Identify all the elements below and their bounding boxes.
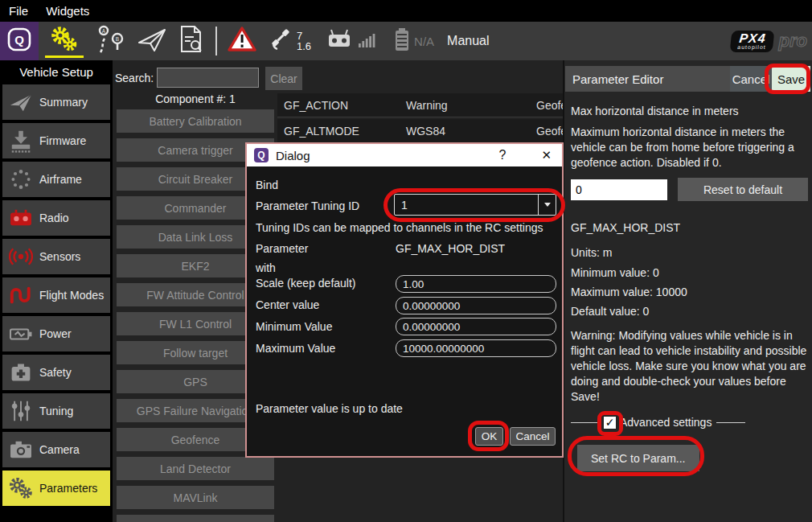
clear-button[interactable]: Clear (265, 67, 302, 90)
param-name-cell: GF_ALTMODE (277, 125, 406, 138)
dialog-body: Bind Parameter Tuning ID 1 Tuning IDs ca… (247, 166, 562, 456)
with-label: with (256, 261, 276, 274)
tuning-id-hint: Tuning IDs can be mapped to channels in … (256, 221, 543, 234)
vehicle-messages-button[interactable] (228, 27, 256, 55)
sidebar-item-label: Parameters (39, 482, 97, 495)
editor-save-button[interactable]: Save (772, 66, 810, 92)
camera-icon (2, 439, 39, 460)
search-input[interactable] (157, 68, 259, 88)
sidebar-item-summary[interactable]: Summary (2, 84, 110, 120)
component-header: Component #: 1 (117, 92, 274, 105)
param-status-text: Parameter value is up to date (256, 402, 403, 415)
scale-input[interactable] (396, 275, 556, 293)
advanced-settings-checkbox[interactable]: ✓ (603, 416, 617, 430)
waypoints-icon: AB (95, 24, 125, 58)
divider-line (571, 422, 600, 423)
plan-waypoints-tool-button[interactable]: AB (95, 24, 125, 58)
set-rc-param-dialog: Q Dialog ? ✕ Bind Parameter Tuning ID 1 … (245, 142, 564, 458)
svg-text:Q: Q (14, 33, 24, 47)
px4-brand-text: PX4 (738, 32, 768, 44)
center-value-input[interactable] (396, 297, 556, 314)
dialog-ok-button[interactable]: OK (475, 427, 503, 446)
battery-icon (394, 27, 410, 55)
tuning-id-value: 1 (395, 199, 538, 212)
table-row[interactable]: GF_ALTMODE WGS84 Geofence (277, 119, 567, 143)
bind-label: Bind (256, 179, 278, 191)
param-value-cell: Warning (406, 99, 536, 112)
sidebar-item-label: Camera (39, 443, 80, 456)
param-min-value: Minimum value: 0 (571, 266, 659, 279)
sidebar-item-label: Firmware (39, 134, 86, 147)
sidebar-item-label: Safety (39, 366, 72, 379)
sidebar-item-camera[interactable]: Camera (2, 432, 110, 467)
fly-tool-button[interactable] (137, 26, 167, 56)
center-value-label: Center value (256, 298, 319, 311)
dialog-cancel-button[interactable]: Cancel (510, 427, 556, 446)
table-row[interactable]: GF_ACTION Warning Geofence (277, 93, 567, 117)
rc-rssi-button[interactable] (327, 29, 376, 53)
qgroundcontrol-window: File Widgets Q AB (0, 0, 812, 522)
sidebar-item-sensors[interactable]: Sensors (2, 239, 110, 274)
param-group-button-partial[interactable] (117, 515, 274, 522)
sidebar-item-flight-modes[interactable]: Flight Modes (2, 277, 110, 313)
dialog-close-icon[interactable]: ✕ (541, 148, 552, 162)
param-group-button[interactable]: Battery Calibration (117, 109, 274, 133)
dialog-title: Dialog (276, 149, 499, 162)
sidebar-item-airframe[interactable]: Airframe (2, 162, 110, 197)
battery-status-button[interactable]: N/A (394, 27, 434, 55)
radio-transmitter-icon (2, 208, 39, 228)
combobox-dropdown-button[interactable] (538, 195, 556, 215)
tuning-sliders-icon (2, 399, 39, 423)
dialog-help-button[interactable]: ? (499, 148, 506, 162)
maximum-value-input[interactable] (396, 339, 556, 357)
sidebar-item-parameters[interactable]: Parameters (2, 471, 110, 506)
toolbar-divider (215, 27, 217, 55)
safety-firstaid-icon (2, 361, 39, 384)
sidebar-item-label: Summary (39, 96, 88, 109)
tuning-id-label: Parameter Tuning ID (256, 199, 359, 212)
vehicle-setup-tool-button[interactable] (43, 22, 85, 60)
flight-mode-button[interactable]: Manual (447, 34, 489, 48)
menu-file[interactable]: File (0, 4, 37, 18)
param-default-value: Default value: 0 (571, 305, 649, 318)
sidebar-item-label: Airframe (39, 173, 82, 186)
gps-status-button[interactable]: 7 1.6 (267, 26, 311, 56)
px4-autopilot-text: autopilot (737, 44, 766, 50)
svg-text:A: A (102, 28, 106, 34)
sidebar-item-radio[interactable]: Radio (2, 200, 110, 236)
sidebar-item-tuning[interactable]: Tuning (2, 393, 110, 429)
param-units: Units: m (571, 246, 612, 259)
minimum-value-input[interactable] (396, 318, 556, 335)
qgc-logo-button[interactable]: Q (0, 22, 39, 60)
warning-triangle-icon (228, 27, 256, 55)
editor-cancel-button[interactable]: Cancel (730, 66, 772, 92)
svg-text:B: B (116, 36, 119, 42)
tuning-id-combobox[interactable]: 1 (394, 194, 556, 216)
param-name-cell: GF_ACTION (277, 99, 406, 112)
signal-bars-icon (359, 31, 376, 51)
dialog-titlebar[interactable]: Q Dialog ? ✕ (247, 144, 562, 166)
param-group-button[interactable]: MAVLink (117, 486, 274, 509)
paper-plane-icon (137, 26, 167, 56)
set-rc-to-param-button[interactable]: Set RC to Param... (577, 445, 699, 471)
param-value-input[interactable] (571, 179, 667, 200)
sidebar-item-power[interactable]: Power (2, 316, 110, 351)
qgc-dialog-icon: Q (254, 148, 269, 162)
sidebar-item-safety[interactable]: Safety (2, 355, 110, 390)
main-toolbar: Q AB (0, 22, 812, 60)
qgc-logo-icon: Q (6, 27, 32, 55)
param-group-button[interactable]: Land Detector (117, 457, 274, 480)
flight-modes-wave-icon (2, 284, 39, 306)
px4-pro-logo: PX4 autopilot pro (731, 31, 807, 52)
analyze-tool-button[interactable] (178, 25, 204, 57)
maximum-value-label: Maximum Value (256, 342, 335, 355)
px4-pro-text: pro (779, 32, 807, 50)
sidebar-item-label: Power (39, 327, 72, 340)
menu-widgets[interactable]: Widgets (37, 4, 98, 18)
parameters-gears-icon (2, 476, 39, 500)
reset-to-default-button[interactable]: Reset to default (678, 178, 808, 201)
param-max-value: Maximum value: 10000 (571, 286, 687, 298)
sidebar-item-label: Radio (39, 212, 69, 224)
advanced-settings-label: Advanced settings (620, 416, 712, 429)
sidebar-item-firmware[interactable]: Firmware (2, 123, 110, 158)
